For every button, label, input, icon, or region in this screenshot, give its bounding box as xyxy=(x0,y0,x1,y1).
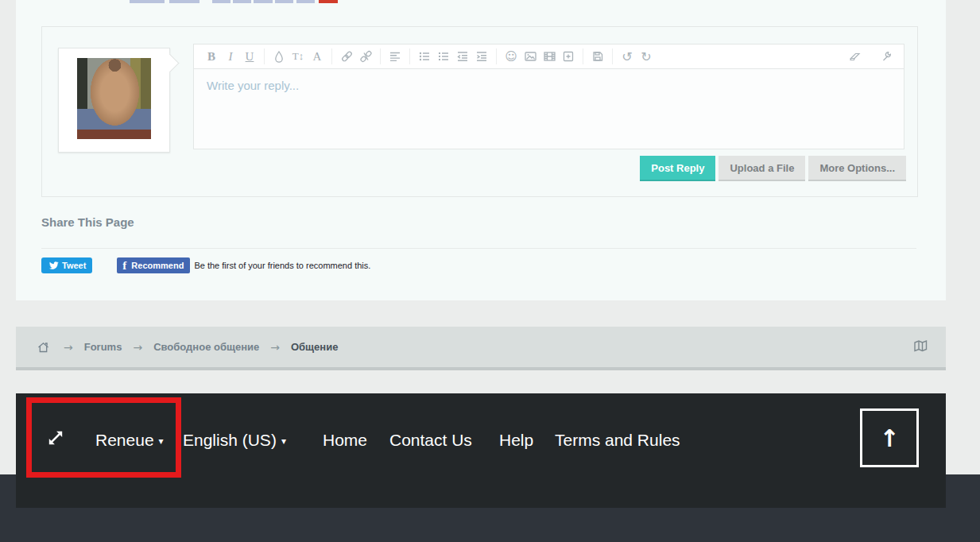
toolbar-separator xyxy=(331,48,332,64)
tweet-button[interactable]: Tweet xyxy=(41,257,92,273)
breadcrumb-arrow-icon: → xyxy=(270,341,280,354)
tweet-label: Tweet xyxy=(62,261,86,270)
up-arrow-icon: ↑ xyxy=(879,424,899,452)
more-options-button[interactable]: More Options... xyxy=(808,156,906,181)
media-icon[interactable] xyxy=(542,48,556,64)
bbcode-wrench-icon[interactable] xyxy=(879,48,893,64)
toolbar-separator xyxy=(583,48,583,64)
footer: Reneue▾ English (US)▾ Home Contact Us He… xyxy=(16,393,946,508)
avatar-pointer xyxy=(160,53,179,72)
share-title: Share This Page xyxy=(41,215,134,229)
toolbar-separator xyxy=(496,48,497,64)
toolbar-separator xyxy=(380,48,381,64)
twitter-bird-icon xyxy=(48,261,59,270)
recommend-label: Recommend xyxy=(131,261,184,270)
cutoff-button-strip xyxy=(212,0,230,3)
facebook-f-icon: f xyxy=(122,259,126,273)
undo-icon[interactable]: ↺ xyxy=(620,48,634,64)
editor-buttons-row: Post Reply Upload a File More Options... xyxy=(640,156,906,181)
footer-link-help[interactable]: Help xyxy=(499,431,533,450)
cutoff-button-strip xyxy=(296,0,315,3)
footer-link-terms-and-rules[interactable]: Terms and Rules xyxy=(555,431,680,450)
chevron-down-icon: ▾ xyxy=(159,436,164,447)
style-chooser-label: Reneue xyxy=(95,431,154,449)
share-row: Tweet f Recommend Be the first of your f… xyxy=(41,257,370,273)
redo-icon[interactable]: ↻ xyxy=(639,48,653,64)
post-reply-button[interactable]: Post Reply xyxy=(640,156,715,181)
indent-icon[interactable] xyxy=(475,48,489,64)
cutoff-button-strip-red xyxy=(319,0,338,3)
link-icon[interactable] xyxy=(339,48,354,64)
toolbar-separator xyxy=(612,48,613,64)
reply-editor-box: B I U T↕ A xyxy=(41,26,918,197)
cutoff-button-strip xyxy=(275,0,293,3)
recommend-caption: Be the first of your friends to recommen… xyxy=(194,261,370,270)
remove-formatting-icon[interactable] xyxy=(847,48,862,64)
smilies-icon[interactable]: ☺ xyxy=(504,48,518,64)
expand-width-icon[interactable] xyxy=(46,428,65,451)
italic-icon[interactable]: I xyxy=(223,48,238,64)
language-chooser[interactable]: English (US)▾ xyxy=(183,431,286,450)
bold-icon[interactable]: B xyxy=(204,48,219,64)
style-chooser[interactable]: Reneue▾ xyxy=(95,431,164,450)
breadcrumb-forums[interactable]: Forums xyxy=(84,341,122,353)
outdent-icon[interactable] xyxy=(455,48,470,64)
upload-file-button[interactable]: Upload a File xyxy=(719,156,805,181)
toolbar-separator xyxy=(409,48,410,64)
breadcrumb: → Forums → Свободное общение → Общение xyxy=(16,327,946,370)
cutoff-button-strip xyxy=(130,0,165,3)
ordered-list-icon[interactable] xyxy=(436,48,451,64)
avatar-photo xyxy=(77,58,151,139)
content-panel: B I U T↕ A xyxy=(16,0,946,300)
footer-link-home[interactable]: Home xyxy=(323,431,367,450)
language-chooser-label: English (US) xyxy=(183,431,277,449)
underline-icon[interactable]: U xyxy=(242,48,257,64)
cutoff-button-strip xyxy=(169,0,199,3)
divider xyxy=(41,248,916,249)
reply-placeholder: Write your reply... xyxy=(207,79,299,92)
breadcrumb-arrow-icon: → xyxy=(133,341,142,354)
font-family-icon[interactable]: A xyxy=(310,48,324,64)
alignment-icon[interactable] xyxy=(388,48,402,64)
breadcrumb-current[interactable]: Общение xyxy=(291,341,338,353)
footer-link-contact-us[interactable]: Contact Us xyxy=(389,431,472,450)
map-icon[interactable] xyxy=(912,339,928,356)
unlink-icon[interactable] xyxy=(358,48,373,64)
editor-toolbar: B I U T↕ A xyxy=(193,44,904,69)
chevron-down-icon: ▾ xyxy=(281,436,286,447)
toolbar-separator xyxy=(264,48,265,64)
user-avatar[interactable] xyxy=(58,48,170,153)
unordered-list-icon[interactable] xyxy=(417,48,432,64)
home-icon[interactable] xyxy=(36,339,50,355)
text-color-icon[interactable] xyxy=(272,48,286,64)
breadcrumb-arrow-icon: → xyxy=(64,341,73,354)
toolbar-right-group xyxy=(845,48,896,64)
breadcrumb-category[interactable]: Свободное общение xyxy=(153,341,259,353)
reply-textarea[interactable]: Write your reply... xyxy=(193,69,904,149)
insert-icon[interactable] xyxy=(561,48,575,64)
facebook-recommend-button[interactable]: f Recommend xyxy=(117,257,190,273)
font-size-icon[interactable]: T↕ xyxy=(291,48,305,64)
image-icon[interactable] xyxy=(523,48,537,64)
drafts-icon[interactable] xyxy=(591,48,605,64)
cutoff-button-strip xyxy=(233,0,251,3)
cutoff-button-strip xyxy=(254,0,273,3)
scroll-to-top-button[interactable]: ↑ xyxy=(860,408,919,467)
